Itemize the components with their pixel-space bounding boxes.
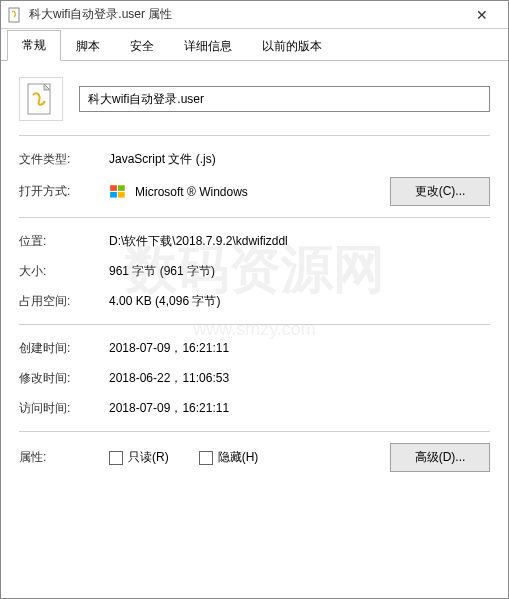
properties-window: 科大wifi自动登录.user 属性 ✕ 常规 脚本 安全 详细信息 以前的版本… — [0, 0, 509, 599]
row-size: 大小: 961 字节 (961 字节) — [19, 256, 490, 286]
checkbox-readonly[interactable]: 只读(R) — [109, 449, 169, 466]
label-size: 大小: — [19, 263, 109, 280]
divider — [19, 324, 490, 325]
tab-script[interactable]: 脚本 — [61, 31, 115, 61]
row-accessed: 访问时间: 2018-07-09，16:21:11 — [19, 393, 490, 423]
tab-details[interactable]: 详细信息 — [169, 31, 247, 61]
window-title: 科大wifi自动登录.user 属性 — [29, 6, 462, 23]
divider — [19, 217, 490, 218]
checkbox-box-icon — [109, 451, 123, 465]
value-location: D:\软件下载\2018.7.9.2\kdwifizddl — [109, 233, 490, 250]
advanced-button[interactable]: 高级(D)... — [390, 443, 490, 472]
label-openwith: 打开方式: — [19, 183, 109, 200]
value-modified: 2018-06-22，11:06:53 — [109, 370, 490, 387]
label-readonly: 只读(R) — [128, 449, 169, 466]
svg-rect-5 — [110, 192, 117, 198]
row-modified: 修改时间: 2018-06-22，11:06:53 — [19, 363, 490, 393]
change-button[interactable]: 更改(C)... — [390, 177, 490, 206]
windows-flag-icon — [109, 183, 127, 201]
label-hidden: 隐藏(H) — [218, 449, 259, 466]
svg-rect-0 — [9, 8, 19, 22]
row-openwith: 打开方式: Microsoft ® Windows 更改(C)... — [19, 174, 490, 209]
divider — [19, 431, 490, 432]
label-filetype: 文件类型: — [19, 151, 109, 168]
label-attributes: 属性: — [19, 449, 109, 466]
label-sizeondisk: 占用空间: — [19, 293, 109, 310]
value-size: 961 字节 (961 字节) — [109, 263, 490, 280]
checkbox-box-icon — [199, 451, 213, 465]
divider — [19, 135, 490, 136]
value-sizeondisk: 4.00 KB (4,096 字节) — [109, 293, 490, 310]
svg-rect-3 — [110, 185, 117, 191]
value-accessed: 2018-07-09，16:21:11 — [109, 400, 490, 417]
tab-security[interactable]: 安全 — [115, 31, 169, 61]
value-created: 2018-07-09，16:21:11 — [109, 340, 490, 357]
label-accessed: 访问时间: — [19, 400, 109, 417]
svg-rect-4 — [118, 185, 125, 191]
close-button[interactable]: ✕ — [462, 3, 502, 27]
tabbar: 常规 脚本 安全 详细信息 以前的版本 — [1, 29, 508, 61]
filename-input[interactable] — [79, 86, 490, 112]
file-header — [19, 77, 490, 121]
checkbox-hidden[interactable]: 隐藏(H) — [199, 449, 259, 466]
content-panel: 数码资源网 www.smzy.com 文件类型: JavaScript 文件 (… — [1, 61, 508, 598]
file-type-icon — [19, 77, 63, 121]
label-created: 创建时间: — [19, 340, 109, 357]
row-sizeondisk: 占用空间: 4.00 KB (4,096 字节) — [19, 286, 490, 316]
file-icon-small — [7, 7, 23, 23]
value-openwith: Microsoft ® Windows — [135, 185, 390, 199]
tab-general[interactable]: 常规 — [7, 30, 61, 61]
value-filetype: JavaScript 文件 (.js) — [109, 151, 490, 168]
svg-rect-6 — [118, 192, 125, 198]
row-filetype: 文件类型: JavaScript 文件 (.js) — [19, 144, 490, 174]
label-modified: 修改时间: — [19, 370, 109, 387]
row-attributes: 属性: 只读(R) 隐藏(H) 高级(D)... — [19, 440, 490, 475]
row-created: 创建时间: 2018-07-09，16:21:11 — [19, 333, 490, 363]
titlebar: 科大wifi自动登录.user 属性 ✕ — [1, 1, 508, 29]
row-location: 位置: D:\软件下载\2018.7.9.2\kdwifizddl — [19, 226, 490, 256]
tab-previous-versions[interactable]: 以前的版本 — [247, 31, 337, 61]
label-location: 位置: — [19, 233, 109, 250]
